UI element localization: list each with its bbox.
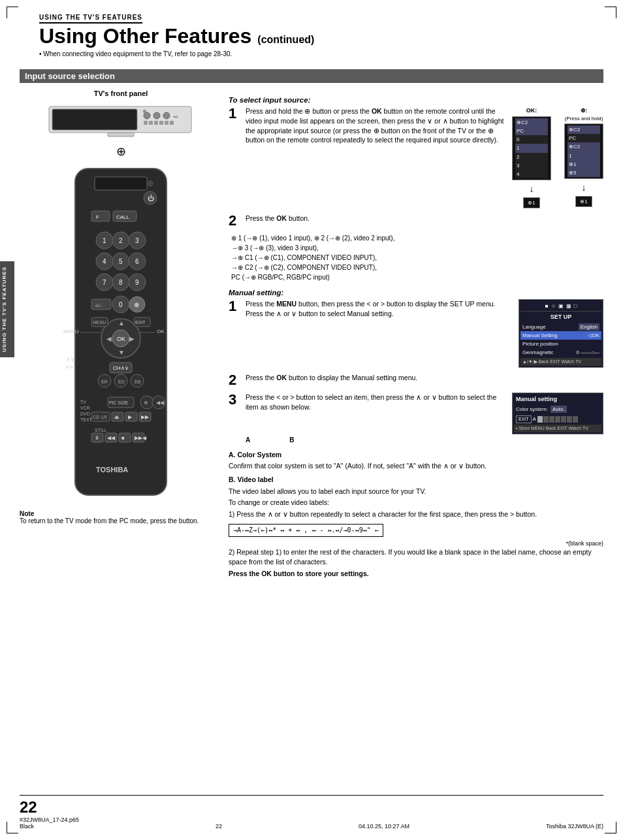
svg-text:■: ■	[121, 435, 125, 441]
svg-rect-19	[91, 211, 110, 221]
svg-text:STILL: STILL	[95, 428, 107, 432]
video-label-section: B. Video label The video label allows yo…	[229, 475, 603, 578]
svg-text:TV: TV	[80, 400, 86, 404]
input-list: ⊕ 1 (→⊕ (1), video 1 input), ⊕ 2 (→⊕ (2)…	[231, 233, 603, 282]
svg-text:◀◀: ◀◀	[156, 400, 165, 406]
ok-result-box: ⊕1	[523, 197, 539, 208]
svg-text:▲: ▲	[118, 319, 125, 327]
select-input-step1: 1 Press and hold the ⊕ button or press t…	[229, 106, 603, 208]
setup-row-geo: Geomagnetic0 ——○—	[520, 348, 601, 357]
corner-tr	[605, 7, 616, 18]
ok-arrow-area: OK: ⊕C2 PC 0 1 2 3 4 ↓	[512, 106, 603, 208]
svg-text:1: 1	[103, 237, 106, 244]
setup-row-manual: Manual Setting◁OK	[520, 331, 601, 340]
svg-text:⏻: ⏻	[148, 195, 154, 202]
remote-svg: ⏻ F CALL 1 2 3 4 5	[56, 165, 186, 505]
svg-text:◀: ◀	[106, 335, 112, 342]
svg-text:OK: OK	[157, 329, 165, 334]
svg-text:6: 6	[135, 258, 139, 265]
manual-step2-content: Press the OK button to display the Manua…	[246, 373, 603, 383]
manual-step1-text: Press the MENU button, then press the < …	[246, 299, 513, 318]
tv-front-label: TV's front panel	[20, 89, 222, 97]
svg-rect-7	[154, 121, 158, 125]
page-number: 22	[20, 798, 79, 816]
svg-text:PIC SIZE: PIC SIZE	[109, 400, 129, 405]
svg-text:▶: ▶	[129, 335, 135, 342]
svg-text:CH∧∨: CH∧∨	[113, 365, 129, 371]
note-title: Note	[20, 510, 34, 517]
svg-text:<>: <>	[66, 364, 73, 370]
svg-text:MENU: MENU	[63, 329, 79, 334]
step1-num: 1	[229, 106, 242, 121]
manual-step3: 3 Press the < or > button to select an i…	[229, 393, 603, 444]
select-input-step2: 2 Press the OK button.	[229, 214, 603, 228]
ok-menu-box: ⊕C2 PC 0 1 2 3 4	[512, 116, 551, 180]
header-note: • When connecting video equipment to the…	[39, 50, 603, 57]
menu-row-4: 4	[515, 170, 548, 178]
svg-text:CALL: CALL	[116, 214, 130, 220]
svg-rect-9	[165, 121, 168, 125]
ant-sublabel: (Press and hold)	[565, 115, 603, 122]
svg-text:DVD: DVD	[80, 412, 90, 416]
antenna-icon: ⊕	[20, 144, 222, 159]
ant-row-2: ⊕1	[567, 160, 600, 169]
svg-point-16	[147, 180, 153, 187]
footer-file: #32JW8UA_17-24.p65	[20, 816, 79, 823]
manual-step3-num: 3	[229, 393, 242, 407]
corner-br	[605, 822, 616, 833]
video-step2: 2) Repeat step 1) to enter the rest of t…	[229, 547, 603, 566]
svg-text:4: 4	[103, 258, 106, 265]
left-column: TV's front panel	[20, 89, 222, 580]
svg-text:⊕: ⊕	[134, 301, 139, 308]
continued-label: (continued)	[257, 34, 314, 45]
svg-text:▶▶◀: ▶▶◀	[135, 435, 147, 441]
svg-text:2: 2	[119, 237, 123, 244]
svg-text:▶: ▶	[128, 414, 133, 420]
ant-result-box: ⊕1	[575, 196, 592, 207]
svg-text:CD 1/II: CD 1/II	[93, 415, 107, 419]
ant-row-c2: ⊕C2	[567, 125, 600, 134]
ant-row-0: ⊕C2	[567, 142, 600, 151]
video-label-text: The video label allows you to label each…	[229, 487, 603, 496]
label-b-pos: B	[289, 436, 294, 445]
main-content: TV's front panel	[20, 89, 603, 580]
svg-text:9: 9	[135, 279, 139, 286]
manual-step3-text: Press the < or > button to select an ite…	[246, 393, 507, 412]
footer-right: Toshiba 32JW8UA (E)	[546, 823, 603, 830]
svg-point-3	[153, 112, 160, 119]
setup-footer: ▲/▼/▶ Back EXIT Watch TV	[520, 358, 601, 366]
manual-step1-content: Press the MENU button, then press the < …	[246, 299, 603, 368]
svg-rect-5	[144, 121, 148, 125]
svg-point-4	[163, 112, 170, 119]
svg-text:⏏: ⏏	[114, 414, 120, 420]
svg-text:∧∨: ∧∨	[66, 356, 75, 363]
note-box: Note To return to the TV mode from the P…	[20, 510, 222, 525]
svg-text:7: 7	[103, 279, 106, 286]
manual-step1: 1 Press the MENU button, then press the …	[229, 299, 603, 368]
menu-row-0: 0	[515, 135, 548, 144]
label-a: A	[246, 436, 250, 445]
svg-text:⊕: ⊕	[142, 108, 147, 114]
svg-text:5: 5	[119, 258, 123, 265]
step2-num: 2	[229, 214, 242, 228]
menu-row-1: 1	[515, 144, 548, 152]
down-arrow: ↓	[530, 183, 534, 196]
color-system-label: A. Color System	[229, 451, 281, 459]
footer-color: Black	[20, 823, 79, 830]
menu-row-c2: ⊕C2	[515, 118, 548, 127]
ant-down-arrow: ↓	[582, 182, 586, 195]
ok-column: OK: ⊕C2 PC 0 1 2 3 4 ↓	[512, 106, 551, 208]
svg-rect-15	[95, 177, 147, 190]
manual-menu-box: Manual setting Color system: Auto. EXIT …	[512, 393, 603, 434]
setup-row-lang: LanguageEnglish	[520, 323, 601, 331]
svg-text:VCR: VCR	[80, 406, 90, 410]
corner-bl	[7, 822, 18, 833]
manual-footer: • Store MENU Back EXIT Watch TV	[514, 425, 601, 432]
section-header: Input source selection	[20, 69, 603, 83]
footer-center: 22	[216, 823, 222, 830]
step1-text: Press and hold the ⊕ button or press the…	[246, 106, 507, 208]
setup-row-picture: Picture position	[520, 340, 601, 348]
svg-text:◀◀: ◀◀	[107, 435, 116, 441]
svg-text:3: 3	[135, 237, 139, 244]
svg-text:0: 0	[119, 301, 123, 308]
